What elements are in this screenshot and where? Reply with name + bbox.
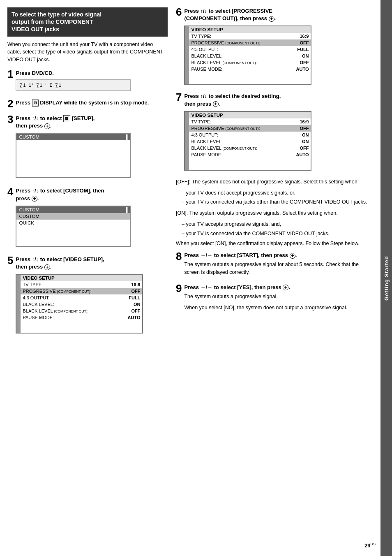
side-tab-text: Getting Started xyxy=(383,256,390,301)
left-bar-1 xyxy=(16,274,21,333)
enter-circle-5: + xyxy=(44,264,50,270)
custom-menu-header: CUSTOM ▐ xyxy=(16,134,130,140)
vs2-prog-label: PROGRESSIVE (COMPONENT OUT): xyxy=(189,39,288,46)
vs2-bl-label: BLACK LEVEL: xyxy=(189,53,288,59)
off-text: [OFF]: The system does not output progre… xyxy=(176,178,372,186)
step-5-content: Press ↑/↓ to select [VIDEO SETUP],then p… xyxy=(16,256,168,337)
step-3-label: Press ↑/↓ to select ▦ [SETUP], then pres… xyxy=(16,115,168,130)
custom-item-custom: CUSTOM xyxy=(16,213,130,220)
step-8-label: Press ←/→ to select [START], then press … xyxy=(184,252,372,259)
step-8-number: 8 xyxy=(176,251,182,262)
vs3-43-label: 4:3 OUTPUT: xyxy=(189,132,288,138)
vs2-prog-small: (COMPONENT OUT) xyxy=(226,41,259,45)
vs3-prog-small: (COMPONENT OUT) xyxy=(226,127,259,131)
custom-expanded-header: CUSTOM ▐ xyxy=(16,206,130,213)
custom-menu-body xyxy=(16,140,130,177)
vs3-prog-label: PROGRESSIVE (COMPONENT OUT): xyxy=(189,125,288,132)
step-9-label: Press ←/→ to select [YES], then press +. xyxy=(184,284,347,291)
custom-menu-expanded: CUSTOM ▐ CUSTOM QUICK xyxy=(16,206,131,247)
step-6-label: Press ↑/↓ to select [PROGRESSIVE (COMPON… xyxy=(184,7,311,22)
custom-item-quick: QUICK xyxy=(16,220,130,226)
left-bar-3 xyxy=(184,111,189,170)
left-bar-2 xyxy=(184,26,189,85)
vs2-blc-val: OFF xyxy=(288,59,311,66)
vs3-title: VIDEO SETUP xyxy=(189,111,311,118)
section-header: To select the type of video signal outpu… xyxy=(7,7,168,37)
vs2-43-label: 4:3 OUTPUT: xyxy=(189,46,288,53)
step-3-number: 3 xyxy=(7,114,13,125)
vs3-tvtype-val: 16:9 xyxy=(288,118,311,125)
display-icon: ⊡ xyxy=(32,100,39,107)
vs1-pm-label: PAUSE MODE: xyxy=(21,314,119,321)
step-1-number: 1 xyxy=(7,69,13,79)
vs1-43-val: FULL xyxy=(120,294,143,301)
section-header-line2: output from the COMPONENT xyxy=(12,19,93,25)
content-area: To select the type of video signal outpu… xyxy=(0,0,380,556)
step-7-content: Press ↑/↓ to select the desired setting,… xyxy=(184,93,311,174)
vs3-pm-val: AUTO xyxy=(288,151,311,158)
vs2-tvtype-label: TV TYPE: xyxy=(189,33,288,39)
vs3-bl-val: ON xyxy=(288,138,311,145)
page-suffix: US xyxy=(370,542,376,546)
step-4-label: Press ↑/↓ to select [CUSTOM], thenpress … xyxy=(16,187,168,202)
page-number: 29 xyxy=(364,542,370,549)
step-7: 7 Press ↑/↓ to select the desired settin… xyxy=(176,93,372,174)
vs2-pm-label: PAUSE MODE: xyxy=(189,66,288,72)
enter-circle-8: + xyxy=(290,253,295,259)
step-1-content: Press DVD/CD. 7̲1 1ˈ 7̲1 ˈ 1̄ 7̲1 xyxy=(16,70,168,93)
step-6: 6 Press ↑/↓ to select [PROGRESSIVE (COMP… xyxy=(176,7,372,88)
video-setup-table-3: VIDEO SETUP TV TYPE: 16:9 PROGRESSIVE (C… xyxy=(184,111,311,171)
step-9-content: Press ←/→ to select [YES], then press +.… xyxy=(184,284,347,315)
vs1-prog-val: OFF xyxy=(120,288,143,294)
section-header-line1: To select the type of video signal xyxy=(12,11,101,18)
video-setup-table-2: VIDEO SETUP TV TYPE: 16:9 PROGRESSIVE (C… xyxy=(184,25,311,85)
vs1-empty xyxy=(21,321,143,333)
vs2-bl-val: ON xyxy=(288,53,311,59)
step-6-content: Press ↑/↓ to select [PROGRESSIVE (COMPON… xyxy=(184,7,311,88)
vs1-blc-val: OFF xyxy=(120,308,143,314)
vs3-pm-label: PAUSE MODE: xyxy=(189,151,288,158)
step-9-text2: When you select [NO], the system does no… xyxy=(184,304,347,312)
on-bullet-2: – your TV is connected via the COMPONENT… xyxy=(182,230,372,238)
vs1-prog-label: PROGRESSIVE (COMPONENT OUT): xyxy=(21,288,119,294)
vs1-blc-small: (COMPONENT OUT) xyxy=(54,309,88,313)
step-2: 2 Press ⊡ DISPLAY while the system is in… xyxy=(7,99,168,109)
off-bullet-2: – your TV is connected via jacks other t… xyxy=(182,198,372,206)
enter-circle-3: + xyxy=(44,123,50,129)
enter-circle-4: + xyxy=(32,196,37,202)
step-1-label: Press DVD/CD. xyxy=(16,70,168,77)
step-2-label: Press ⊡ DISPLAY while the system is in s… xyxy=(16,99,168,107)
vs2-blc-label: BLACK LEVEL (COMPONENT OUT): xyxy=(189,59,288,66)
custom-expanded-header-label: CUSTOM xyxy=(19,207,39,212)
vs1-43-label: 4:3 OUTPUT: xyxy=(21,294,119,301)
vs2-pm-val: AUTO xyxy=(288,66,311,72)
vs3-prog-val: OFF xyxy=(288,125,311,132)
off-bullet-1: – your TV does not accept progressive si… xyxy=(182,189,372,197)
step-5-label: Press ↑/↓ to select [VIDEO SETUP],then p… xyxy=(16,256,168,271)
vs1-tvtype-label: TV TYPE: xyxy=(21,281,119,288)
enter-circle-7: + xyxy=(213,101,219,107)
vs2-empty xyxy=(189,72,311,85)
vs2-blc-small: (COMPONENT OUT) xyxy=(223,61,256,65)
video-setup-table-1: VIDEO SETUP TV TYPE: 16:9 PROGRESSIVE (C… xyxy=(16,274,143,334)
right-column: 6 Press ↑/↓ to select [PROGRESSIVE (COMP… xyxy=(176,7,372,549)
custom-expanded-scroll: ▐ xyxy=(124,207,127,212)
step-3-content: Press ↑/↓ to select ▦ [SETUP], then pres… xyxy=(16,115,168,181)
step-9: 9 Press ←/→ to select [YES], then press … xyxy=(176,284,372,315)
vs3-43-val: ON xyxy=(288,132,311,138)
intro-text: When you connect the unit and your TV wi… xyxy=(7,41,168,64)
vs1-bl-label: BLACK LEVEL: xyxy=(21,301,119,308)
on-bullet-1: – your TV accepts progressive signals, a… xyxy=(182,220,372,228)
step-2-number: 2 xyxy=(7,98,13,109)
step-4-content: Press ↑/↓ to select [CUSTOM], thenpress … xyxy=(16,187,168,250)
vs3-bl-label: BLACK LEVEL: xyxy=(189,138,288,145)
vs1-prog-small: (COMPONENT OUT) xyxy=(57,290,90,294)
step-5-number: 5 xyxy=(7,255,13,266)
step-8-text: The system outputs a progressive signal … xyxy=(184,261,372,276)
on-text: [ON]: The system outputs progressive sig… xyxy=(176,209,372,217)
vs3-blc-label: BLACK LEVEL (COMPONENT OUT): xyxy=(189,145,288,151)
step-2-content: Press ⊡ DISPLAY while the system is in s… xyxy=(16,99,168,107)
vs1-pm-val: AUTO xyxy=(120,314,143,321)
custom-expanded-body: CUSTOM QUICK xyxy=(16,213,130,246)
step-8-content: Press ←/→ to select [START], then press … xyxy=(184,252,372,280)
